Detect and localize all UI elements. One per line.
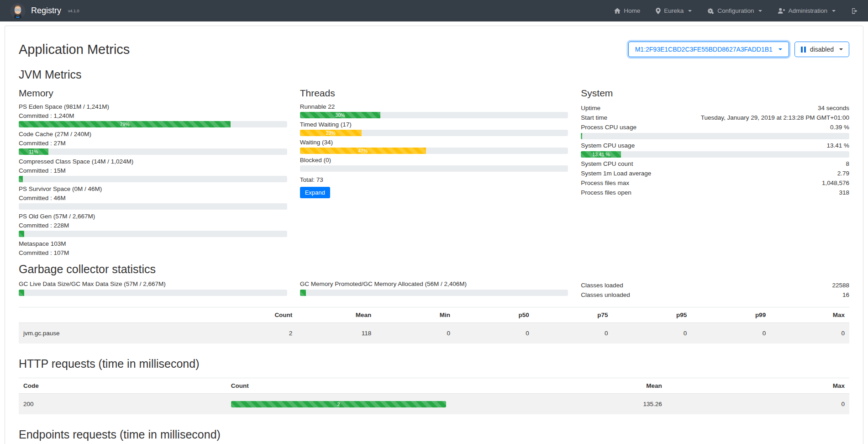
memory-item: PS Survivor Space (0M / 46M) Committed :… xyxy=(19,185,287,210)
http-requests-heading: HTTP requests (time in millisecond) xyxy=(19,357,849,370)
threads-progress-bar: 30% xyxy=(300,112,568,118)
chevron-down-icon xyxy=(758,10,762,12)
thread-item: Blocked (0) xyxy=(300,157,568,172)
gc-stats-table: Count Mean Min p50 p75 p95 p99 Max jvm.g… xyxy=(19,307,849,344)
system-row: Process files open318 xyxy=(581,188,849,197)
nav-item-home[interactable]: Home xyxy=(614,7,640,14)
endpoints-heading: Endpoints requests (time in millisecond) xyxy=(19,428,849,441)
nav-item-configuration[interactable]: Configuration xyxy=(707,7,762,14)
instance-selector-value: M1:2F93E1CBD2C3FE55BDD8627A3FADD1B1 xyxy=(635,46,773,53)
gc-promoted-progress-bar xyxy=(300,290,568,296)
memory-item: PS Old Gen (57M / 2,667M) Committed : 22… xyxy=(19,213,287,237)
process-cpu-progress-bar xyxy=(581,133,849,139)
brand-version: v4.1.0 xyxy=(68,9,79,13)
system-row: Process CPU usage0.39 % xyxy=(581,122,849,132)
navbar-menu: Home Eureka Configuration Administration xyxy=(614,7,858,14)
http-requests-table: Code Count Mean Max 200 2 135.26 0 xyxy=(19,378,849,414)
system-heading: System xyxy=(581,88,849,99)
jhipster-avatar-icon xyxy=(10,3,26,19)
nav-item-eureka[interactable]: Eureka xyxy=(656,7,692,14)
memory-progress-bar: 11% xyxy=(19,148,287,155)
memory-progress-bar xyxy=(19,203,287,210)
brand-name: Registry xyxy=(31,6,61,16)
nav-item-administration[interactable]: Administration xyxy=(778,7,836,14)
map-marker-icon xyxy=(656,8,661,14)
classes-unloaded-row: Classes unloaded16 xyxy=(581,290,849,300)
chevron-down-icon xyxy=(832,10,836,12)
memory-progress-bar xyxy=(19,231,287,237)
chevron-down-icon xyxy=(839,48,843,50)
thread-item: Runnable 22 30% xyxy=(300,103,568,118)
memory-item: Compressed Class Space (14M / 1,024M) Co… xyxy=(19,158,287,182)
gc-live-data: GC Live Data Size/GC Max Data Size (57M … xyxy=(19,280,287,300)
system-row: System CPU count8 xyxy=(581,159,849,169)
gc-live-progress-bar xyxy=(19,290,287,296)
sign-out-icon xyxy=(851,8,858,14)
instance-selector[interactable]: M1:2F93E1CBD2C3FE55BDD8627A3FADD1B1 xyxy=(628,42,789,57)
memory-progress-bar: 79% xyxy=(19,121,287,127)
expand-button[interactable]: Expand xyxy=(300,187,330,198)
page-title: Application Metrics xyxy=(19,42,130,57)
http-table-header: Code Count Mean Max xyxy=(19,378,849,394)
thread-item: Timed Waiting (17) 23% xyxy=(300,121,568,136)
threads-progress-bar: 23% xyxy=(300,130,568,136)
sign-out-button[interactable] xyxy=(851,8,858,14)
chevron-down-icon xyxy=(688,10,692,12)
threads-progress-bar xyxy=(300,165,568,172)
refresh-rate-label: disabled xyxy=(810,46,834,53)
memory-item: Code Cache (27M / 240M) Committed : 27M … xyxy=(19,131,287,155)
http-count-progress-bar: 2 xyxy=(231,401,446,407)
home-icon xyxy=(614,8,621,14)
system-row: System 1m Load average2.79 xyxy=(581,169,849,178)
table-row: jvm.gc.pause 2 118 0 0 0 0 0 0 xyxy=(19,323,849,344)
memory-item: Metaspace 103M Committed : 107M xyxy=(19,240,287,256)
top-navbar: Registry v4.1.0 Home Eureka Configuratio… xyxy=(0,0,868,21)
cogs-icon xyxy=(707,8,714,14)
metrics-card: Application Metrics M1:2F93E1CBD2C3FE55B… xyxy=(5,26,863,444)
brand[interactable]: Registry v4.1.0 xyxy=(10,3,79,19)
system-row: Start timeTuesday, January 29, 2019 at 2… xyxy=(581,113,849,122)
memory-heading: Memory xyxy=(19,88,287,99)
threads-progress-bar: 47% xyxy=(300,148,568,154)
refresh-rate-button[interactable]: disabled xyxy=(794,42,849,57)
system-cpu-progress-bar: 13.41 % xyxy=(581,151,849,158)
thread-item: Waiting (34) 47% xyxy=(300,139,568,154)
system-row: Uptime34 seconds xyxy=(581,103,849,113)
gc-stats-header: Count Mean Min p50 p75 p95 p99 Max xyxy=(19,307,849,323)
system-row: System CPU usage13.41 % xyxy=(581,141,849,150)
user-plus-icon xyxy=(778,8,785,14)
gc-classes: Classes loaded22588 Classes unloaded16 xyxy=(581,280,849,300)
threads-column: Threads Runnable 22 30% Timed Waiting (1… xyxy=(300,88,568,258)
gc-heading: Garbage collector statistics xyxy=(19,263,849,276)
threads-total: Total: 73 xyxy=(300,176,568,183)
jvm-metrics-heading: JVM Metrics xyxy=(19,68,849,81)
system-row: Process files max1,048,576 xyxy=(581,178,849,188)
chevron-down-icon xyxy=(779,48,782,50)
memory-progress-bar xyxy=(19,176,287,182)
pause-icon xyxy=(801,47,806,53)
threads-heading: Threads xyxy=(300,88,568,99)
table-row: 200 2 135.26 0 xyxy=(19,394,849,415)
memory-column: Memory PS Eden Space (981M / 1,241M) Com… xyxy=(19,88,287,258)
gc-promoted: GC Memory Promoted/GC Memory Allocated (… xyxy=(300,280,568,300)
memory-item: PS Eden Space (981M / 1,241M) Committed … xyxy=(19,103,287,127)
system-column: System Uptime34 seconds Start timeTuesda… xyxy=(581,88,849,258)
classes-loaded-row: Classes loaded22588 xyxy=(581,280,849,290)
